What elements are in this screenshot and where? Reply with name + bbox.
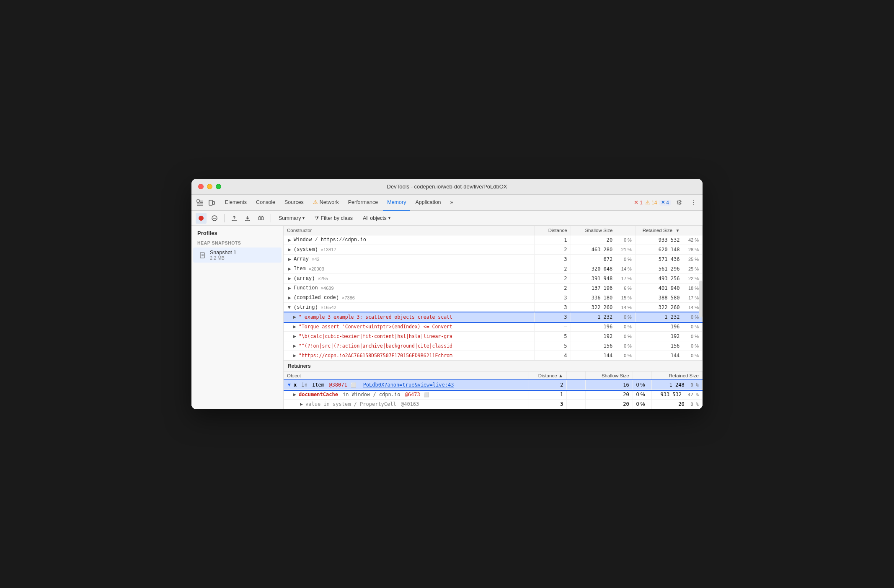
- ret-col-shallow: Shallow Size: [586, 371, 633, 380]
- table-row[interactable]: ▶ (array) ×255 2 391 948 17 % 493 256 22…: [284, 274, 703, 284]
- col-retained-pct: [683, 226, 703, 235]
- expand-icon[interactable]: ▶: [292, 334, 297, 339]
- retainers-section: Retainers Object Distance ▲ Sha: [284, 361, 703, 409]
- maximize-button[interactable]: [216, 184, 221, 189]
- table-row[interactable]: ▶ Function ×4689 2 137 196 6 % 401 940 1…: [284, 284, 703, 293]
- tab-console[interactable]: Console: [252, 195, 279, 211]
- warning-count-badge[interactable]: ⚠ 14: [645, 199, 657, 206]
- devtools-window: DevTools - codepen.io/web-dot-dev/live/P…: [191, 179, 703, 409]
- upload-button[interactable]: [229, 213, 240, 224]
- tab-application[interactable]: Application: [411, 195, 445, 211]
- table-row[interactable]: ▶ (string) ×16542 3 322 260 14 % 322 260…: [284, 303, 703, 312]
- col-retained-size: Retained Size ▼: [635, 226, 683, 235]
- ret-col-object: Object: [284, 371, 529, 380]
- expand-icon[interactable]: ▶: [292, 353, 297, 358]
- table-row[interactable]: ▶ Array ×42 3 672 0 % 571 436 25 %: [284, 255, 703, 264]
- clear-button[interactable]: [209, 213, 220, 224]
- tab-elements[interactable]: Elements: [221, 195, 251, 211]
- table-row[interactable]: ▶ "^(?!on|src|(?:action|archive|backgrou…: [284, 341, 703, 351]
- table-row[interactable]: ▶ "\b(calc|cubic-bezier|fit-content|hsl|…: [284, 332, 703, 341]
- table-row[interactable]: ▶ Window / https://cdpn.io 1 20 0 % 933 …: [284, 235, 703, 245]
- tab-more[interactable]: »: [446, 195, 457, 211]
- tab-memory[interactable]: Memory: [383, 195, 410, 211]
- svg-rect-6: [213, 201, 214, 204]
- constructor-cell: ▶ Item ×20003: [284, 264, 534, 274]
- settings-button[interactable]: ⚙: [673, 197, 685, 209]
- snapshot-item[interactable]: Snapshot 1 2.2 MB: [193, 248, 282, 263]
- table-row[interactable]: ▶ "Torque assert 'Convert<uintptr>(endIn…: [284, 322, 703, 332]
- inspect-icon[interactable]: [195, 198, 205, 208]
- table-row[interactable]: ▶ (compiled code) ×7386 3 336 180 15 % 3…: [284, 293, 703, 303]
- title-bar: DevTools - codepen.io/web-dot-dev/live/P…: [191, 179, 703, 195]
- download-button[interactable]: [242, 213, 253, 224]
- main-content: Profiles HEAP SNAPSHOTS Snapshot 1 2.2 M…: [191, 226, 703, 409]
- tab-bar-right: ✕ 1 ⚠ 14 ✕ 4 ⚙ ⋮: [634, 197, 699, 209]
- constructor-cell: ▶ Window / https://cdpn.io: [284, 235, 534, 245]
- expand-icon[interactable]: ▶: [287, 266, 292, 271]
- more-options-button[interactable]: ⋮: [687, 197, 699, 209]
- filter-icon: ⧩: [315, 215, 319, 221]
- tab-performance[interactable]: Performance: [344, 195, 382, 211]
- tab-sources[interactable]: Sources: [280, 195, 308, 211]
- info-count-badge[interactable]: ✕ 4: [659, 200, 671, 206]
- expand-icon[interactable]: ▶: [287, 382, 292, 387]
- close-button[interactable]: [198, 184, 204, 189]
- snapshot-info: Snapshot 1 2.2 MB: [210, 250, 236, 260]
- summary-dropdown[interactable]: Summary ▾: [275, 214, 308, 222]
- constructor-cell: ▶ (compiled code) ×7386: [284, 293, 534, 303]
- table-row[interactable]: ▶ (system) ×13817 2 463 280 21 % 620 148…: [284, 245, 703, 255]
- retainer-row-selected[interactable]: ▶ x in Item @38071 ⬜ PoLdb0X?anon=true&v…: [284, 380, 703, 390]
- collect-button[interactable]: [256, 213, 266, 224]
- sort-asc-icon: ▲: [558, 373, 563, 378]
- constructor-cell: ▶ "^(?!on|src|(?:action|archive|backgrou…: [284, 341, 534, 351]
- expand-icon[interactable]: ▶: [287, 247, 292, 252]
- minimize-button[interactable]: [207, 184, 212, 189]
- retainer-table: Object Distance ▲ Shallow Size Retained …: [284, 371, 703, 409]
- vertical-scrollbar[interactable]: [699, 281, 703, 317]
- snapshot-icon: [199, 251, 207, 259]
- traffic-lights: [198, 184, 221, 189]
- expand-icon[interactable]: ▶: [292, 392, 297, 397]
- retainer-row[interactable]: ▶ documentCache in Window / cdpn.io @647…: [284, 390, 703, 400]
- heap-snapshots-label: HEAP SNAPSHOTS: [191, 239, 283, 247]
- expand-icon[interactable]: ▶: [292, 343, 297, 348]
- expand-icon[interactable]: ▶: [287, 276, 292, 281]
- ret-col-retained: Retained Size: [651, 371, 702, 380]
- constructor-cell: ▶ "https://cdpn.io2AC766158D5B7507E17015…: [284, 351, 534, 361]
- chevron-down-icon: ▾: [302, 216, 305, 220]
- window-ref-icon-2: ⬜: [424, 392, 429, 397]
- expand-icon[interactable]: ▶: [287, 286, 292, 291]
- svg-rect-10: [258, 217, 261, 220]
- error-count-badge[interactable]: ✕ 1: [634, 199, 643, 206]
- constructor-cell: ▶ "Torque assert 'Convert<uintptr>(endIn…: [284, 322, 534, 332]
- divider-2: [271, 214, 271, 222]
- constructor-cell: ▶ (array) ×255: [284, 274, 534, 284]
- chevron-down-icon-2: ▾: [388, 216, 390, 220]
- tab-network[interactable]: ⚠ Network: [309, 195, 343, 211]
- expand-icon[interactable]: ▶: [287, 305, 292, 310]
- retainers-header: Retainers: [284, 361, 703, 371]
- expand-icon[interactable]: ▶: [287, 237, 292, 242]
- constructor-cell: ▶ (system) ×13817: [284, 245, 534, 255]
- objects-dropdown[interactable]: All objects ▾: [359, 214, 394, 222]
- table-row[interactable]: ▶ "https://cdpn.io2AC766158D5B7507E17015…: [284, 351, 703, 361]
- svg-rect-0: [197, 200, 199, 202]
- retainer-row[interactable]: ▶ value in system / PropertyCell @40163 …: [284, 400, 703, 409]
- expand-icon[interactable]: ▶: [292, 315, 297, 320]
- expand-icon[interactable]: ▶: [287, 257, 292, 262]
- expand-icon[interactable]: ▶: [287, 295, 292, 300]
- col-shallow-pct: [616, 226, 636, 235]
- filter-by-class-button[interactable]: ⧩ Filter by class: [310, 214, 357, 222]
- table-row-selected[interactable]: ▶ " example 3 example 3: scattered objec…: [284, 312, 703, 322]
- table-row[interactable]: ▶ Item ×20003 2 320 048 14 % 561 296 25 …: [284, 264, 703, 274]
- divider-1: [224, 214, 225, 222]
- record-button[interactable]: [196, 213, 207, 224]
- retainer-object-cell: ▶ x in Item @38071 ⬜ PoLdb0X?anon=true&v…: [284, 380, 529, 390]
- ret-col-distance: Distance ▲: [529, 371, 567, 380]
- toolbar: Summary ▾ ⧩ Filter by class All objects …: [191, 211, 703, 226]
- info-icon: ✕: [661, 200, 665, 205]
- expand-icon[interactable]: ▶: [292, 324, 297, 329]
- col-constructor: Constructor: [284, 226, 534, 235]
- device-icon[interactable]: [207, 198, 217, 208]
- expand-icon[interactable]: ▶: [299, 402, 304, 407]
